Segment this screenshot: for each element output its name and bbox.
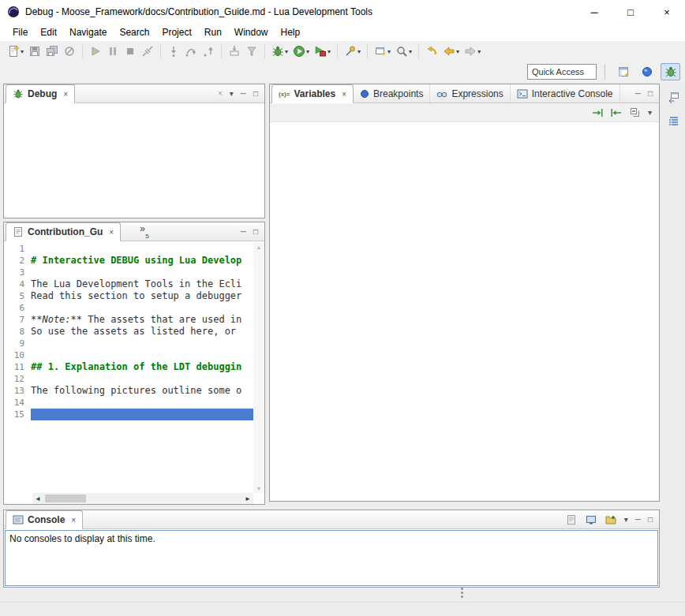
maximize-view-icon[interactable]: □ [253,227,258,236]
new-button[interactable]: ▾ [5,43,26,60]
menu-file[interactable]: File [6,25,34,39]
open-log-icon[interactable] [565,513,578,526]
tab-contribution-guide[interactable]: Contribution_Gu × [6,222,121,241]
minimize-view-icon[interactable]: ─ [241,227,246,236]
open-console-icon[interactable] [605,513,617,526]
tab-expressions[interactable]: Expressions [430,84,510,103]
close-tab-icon[interactable]: × [71,516,76,525]
skip-all-breakpoints-button[interactable] [61,43,78,60]
scroll-up-icon[interactable]: ▲ [256,245,262,250]
tab-overflow-chevron[interactable]: » 5 [140,222,148,241]
tab-console[interactable]: Console × [6,510,83,529]
sash-handle[interactable] [461,588,463,590]
tab-breakpoints[interactable]: Breakpoints [354,84,430,103]
display-selected-console-icon[interactable] [585,513,597,526]
code-line[interactable] [31,338,253,349]
close-tab-icon[interactable]: × [109,228,114,237]
maximize-view-icon[interactable]: □ [253,89,258,98]
disconnect-button[interactable] [139,43,156,60]
editor-horizontal-scrollbar[interactable]: ◄ ► [32,493,253,504]
debug-launch-button[interactable]: ▾ [269,43,290,60]
tab-debug[interactable]: Debug × [6,84,75,103]
last-edit-location-button[interactable] [423,43,440,60]
drop-to-frame-button[interactable] [226,43,243,60]
menu-search[interactable]: Search [113,25,155,39]
menu-edit[interactable]: Edit [34,25,63,39]
view-menu-icon[interactable]: ▾ [230,89,234,98]
close-tab-icon[interactable]: × [63,90,68,99]
scroll-left-icon[interactable]: ◄ [32,495,43,502]
code-line[interactable] [31,349,253,361]
show-logical-structure-icon[interactable] [610,106,623,119]
collapse-all-icon[interactable] [629,106,642,119]
code-line[interactable]: # Interactive DEBUG using Lua Develop [31,255,253,267]
close-window-button[interactable]: × [649,0,685,24]
minimize-view-icon[interactable]: ─ [241,89,246,98]
step-return-button[interactable] [200,43,217,60]
code-line[interactable] [31,409,253,420]
code-line[interactable]: **Note:** The assets that are used in [31,314,253,326]
menu-project[interactable]: Project [155,25,197,39]
tab-interactive-console[interactable]: Interactive Console [511,84,620,103]
code-line[interactable] [31,243,253,255]
scrollbar-thumb[interactable] [45,495,86,502]
search-button[interactable]: ▾ [393,43,414,60]
editor-text-area[interactable]: # Interactive DEBUG using Lua DevelopThe… [31,243,253,493]
remove-all-terminated-icon[interactable]: × [218,89,223,98]
step-into-button[interactable] [165,43,182,60]
step-over-button[interactable] [182,43,200,60]
editor-vertical-scrollbar[interactable]: ▲ ▼ [253,243,264,493]
show-type-names-icon[interactable] [591,106,604,119]
debug-perspective-button[interactable] [661,63,680,80]
menu-navigate[interactable]: Navigate [63,25,113,39]
resume-button[interactable] [87,43,104,60]
console-content[interactable]: No consoles to display at this time. [5,530,658,586]
debug-view-content[interactable] [4,103,264,218]
ldt-perspective-button[interactable] [637,63,657,80]
external-tools-button[interactable]: ▾ [312,43,333,60]
code-line[interactable] [31,267,253,278]
debug-view-tabbar: Debug × × ▾ ─ □ [4,84,264,103]
outline-view-button[interactable] [665,113,683,130]
code-line[interactable] [31,373,253,385]
suspend-icon [107,45,119,58]
use-step-filters-button[interactable] [243,43,260,60]
menu-run[interactable]: Run [198,25,228,39]
forward-button[interactable]: ▾ [462,43,483,60]
code-line[interactable]: Read this section to setup a debugger [31,290,253,302]
maximize-view-icon[interactable]: □ [648,89,653,98]
minimize-view-icon[interactable]: ─ [635,515,641,524]
run-launch-button[interactable]: ▾ [290,43,312,60]
maximize-window-button[interactable]: □ [612,0,649,24]
new-wizard-button[interactable]: ▾ [372,43,393,60]
back-button[interactable]: ▾ [440,43,462,60]
code-line[interactable]: The Lua Development Tools in the Ecli [31,278,253,290]
code-line[interactable]: ## 1. Explanation of the LDT debuggin [31,361,253,373]
variables-content[interactable] [270,122,659,501]
scroll-right-icon[interactable]: ► [242,495,253,502]
minimize-window-button[interactable]: ─ [576,0,612,24]
open-console-menu-icon[interactable]: ▾ [624,515,628,524]
scroll-down-icon[interactable]: ▼ [256,486,262,491]
code-line[interactable] [31,397,253,409]
menu-help[interactable]: Help [275,25,307,39]
open-task-button[interactable]: ▾ [342,43,363,60]
right-panel-minmax: ─ □ [635,84,659,103]
menu-window[interactable]: Window [228,25,275,39]
quick-access-field[interactable]: Quick Access [527,64,597,80]
close-tab-icon[interactable]: × [342,90,346,99]
code-line[interactable] [31,302,253,314]
save-all-button[interactable] [43,43,61,60]
code-line[interactable]: So use the assets as listed here, or [31,326,253,338]
minimize-view-icon[interactable]: ─ [635,89,641,98]
terminate-button[interactable] [122,43,139,60]
restore-view-button[interactable] [665,88,683,106]
suspend-button[interactable] [104,43,122,60]
code-line[interactable]: The following pictures outline some o [31,385,253,397]
view-menu-icon[interactable]: ▾ [648,108,652,117]
open-perspective-button[interactable] [613,63,633,80]
maximize-view-icon[interactable]: □ [648,515,653,524]
console-message: No consoles to display at this time. [9,533,155,544]
save-button[interactable] [26,43,43,60]
tab-variables[interactable]: (x)= Variables × [271,84,354,103]
